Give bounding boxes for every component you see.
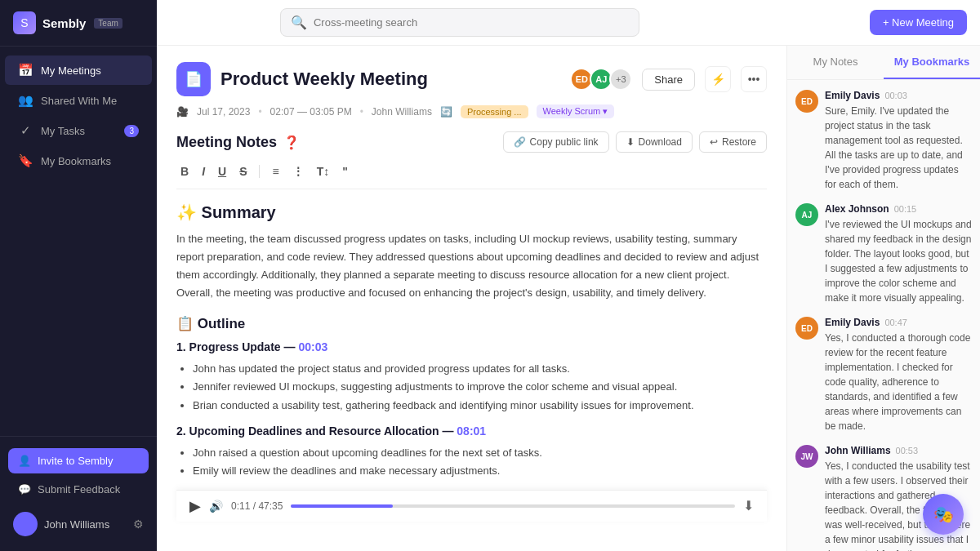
meeting-icon: 📄 bbox=[176, 62, 211, 96]
help-icon[interactable]: ❓ bbox=[283, 135, 300, 150]
video-icon: 🎥 bbox=[176, 106, 189, 118]
progress-bar[interactable] bbox=[291, 504, 735, 508]
tab-my-bookmarks[interactable]: My Bookmarks bbox=[884, 46, 980, 79]
link-icon: 🔗 bbox=[514, 136, 526, 148]
play-button[interactable]: ▶ bbox=[189, 497, 201, 515]
underline-button[interactable]: U bbox=[214, 162, 230, 180]
list-item: Emily will review the deadlines and make… bbox=[193, 462, 767, 480]
restore-icon: ↩ bbox=[710, 136, 718, 148]
progress-fill bbox=[291, 504, 393, 508]
feedback-icon: 💬 bbox=[18, 483, 31, 495]
download-audio-button[interactable]: ⬇ bbox=[743, 498, 754, 513]
comment-time: 00:03 bbox=[884, 91, 907, 100]
sidebar-item-label: Shared With Me bbox=[41, 95, 117, 107]
download-button[interactable]: ⬇ Download bbox=[616, 131, 693, 153]
right-panel: My Notes My Bookmarks ED Emily Davis 00:… bbox=[786, 46, 980, 551]
copy-link-label: Copy public link bbox=[530, 136, 599, 148]
comment-avatar: ED bbox=[795, 317, 818, 340]
share-button[interactable]: Share bbox=[642, 69, 695, 91]
quote-button[interactable]: " bbox=[338, 162, 352, 180]
comment-avatar: JW bbox=[795, 445, 818, 468]
comment-body: Emily Davis 00:47 Yes, I conducted a tho… bbox=[825, 317, 972, 433]
more-options-button[interactable]: ••• bbox=[741, 66, 767, 92]
meeting-host: John Williams bbox=[372, 106, 432, 118]
sidebar-item-my-tasks[interactable]: ✓ My Tasks 3 bbox=[5, 116, 152, 145]
fab-icon: 🎭 bbox=[933, 504, 954, 524]
list-item: Brian conducted a usability test, gather… bbox=[193, 397, 767, 415]
team-badge: Team bbox=[94, 18, 122, 29]
comment-body: Emily Davis 00:03 Sure, Emily. I've upda… bbox=[825, 90, 972, 192]
meeting-wrapper: 📄 Product Weekly Meeting ED AJ +3 Share … bbox=[157, 46, 980, 551]
comment-header: Emily Davis 00:03 bbox=[825, 90, 972, 101]
app-logo-icon: S bbox=[13, 11, 36, 34]
sidebar-item-label: My Meetings bbox=[41, 64, 101, 77]
download-label: Download bbox=[639, 136, 682, 148]
search-input[interactable] bbox=[314, 16, 629, 29]
sidebar-item-my-bookmarks[interactable]: 🔖 My Bookmarks bbox=[5, 146, 152, 176]
notes-title: Meeting Notes bbox=[176, 134, 277, 151]
app-name: Sembly bbox=[42, 16, 86, 30]
calendar-icon: 📅 bbox=[18, 63, 33, 78]
tab-my-notes[interactable]: My Notes bbox=[787, 46, 884, 79]
ordered-list-button[interactable]: ⋮ bbox=[288, 162, 308, 180]
italic-button[interactable]: I bbox=[198, 162, 209, 180]
sidebar-item-shared-with-me[interactable]: 👥 Shared With Me bbox=[5, 86, 152, 115]
comment-text: Yes, I conducted a thorough code review … bbox=[825, 331, 972, 433]
meeting-date: Jul 17, 2023 bbox=[197, 106, 250, 118]
panel-tabs: My Notes My Bookmarks bbox=[787, 46, 980, 80]
strikethrough-button[interactable]: S bbox=[235, 162, 251, 180]
participants-avatars: ED AJ +3 bbox=[577, 68, 632, 91]
restore-label: Restore bbox=[722, 136, 756, 148]
logo-area: S Sembly Team bbox=[0, 0, 157, 47]
invite-to-sembly-button[interactable]: 👤 Invite to Sembly bbox=[8, 448, 149, 473]
meeting-title: Product Weekly Meeting bbox=[220, 69, 567, 90]
settings-icon[interactable]: ⚙ bbox=[133, 518, 144, 531]
invite-label: Invite to Sembly bbox=[38, 455, 114, 467]
summary-heading-text: ✨ Summary bbox=[176, 202, 276, 222]
copy-public-link-button[interactable]: 🔗 Copy public link bbox=[503, 131, 609, 153]
submit-feedback-button[interactable]: 💬 Submit Feedback bbox=[8, 477, 149, 502]
new-meeting-button[interactable]: + New Meeting bbox=[870, 10, 967, 35]
unordered-list-button[interactable]: ≡ bbox=[268, 162, 283, 180]
search-bar[interactable]: 🔍 bbox=[280, 8, 639, 37]
list-item: Jennifer reviewed UI mockups, suggesting… bbox=[193, 378, 767, 396]
comment-item: AJ Alex Johnson 00:15 I've reviewed the … bbox=[795, 203, 972, 305]
comment-avatar: AJ bbox=[795, 203, 818, 226]
user-avatar bbox=[13, 512, 38, 536]
tasks-badge: 3 bbox=[124, 125, 139, 137]
lightning-button[interactable]: ⚡ bbox=[705, 66, 731, 92]
comment-body: Alex Johnson 00:15 I've reviewed the UI … bbox=[825, 203, 972, 305]
time-link-1[interactable]: 00:03 bbox=[298, 340, 327, 353]
comment-item: ED Emily Davis 00:47 Yes, I conducted a … bbox=[795, 317, 972, 433]
list-item: John has updated the project status and … bbox=[193, 360, 767, 378]
section-2-heading: 2. Upcoming Deadlines and Resource Alloc… bbox=[176, 424, 767, 438]
comment-time: 00:53 bbox=[896, 446, 919, 455]
comment-time: 00:15 bbox=[894, 204, 917, 214]
time-link-2[interactable]: 08:01 bbox=[457, 424, 486, 438]
feedback-label: Submit Feedback bbox=[38, 483, 120, 495]
fab-button[interactable]: 🎭 bbox=[923, 494, 964, 535]
user-name: John Williams bbox=[44, 518, 127, 531]
font-size-button[interactable]: T↕ bbox=[313, 162, 334, 180]
section-2-list: John raised a question about upcoming de… bbox=[176, 444, 767, 480]
panel-content: ED Emily Davis 00:03 Sure, Emily. I've u… bbox=[787, 80, 980, 551]
user-profile[interactable]: John Williams ⚙ bbox=[0, 505, 157, 543]
comment-author: Emily Davis bbox=[825, 90, 880, 101]
notes-header: Meeting Notes ❓ 🔗 Copy public link ⬇ Dow… bbox=[176, 131, 767, 153]
bold-button[interactable]: B bbox=[176, 162, 193, 180]
comment-item: ED Emily Davis 00:03 Sure, Emily. I've u… bbox=[795, 90, 972, 192]
bookmark-icon: 🔖 bbox=[18, 153, 33, 168]
tag-badge[interactable]: Weekly Scrum ▾ bbox=[537, 104, 615, 118]
invite-icon: 👤 bbox=[18, 455, 31, 467]
restore-button[interactable]: ↩ Restore bbox=[699, 131, 767, 153]
sidebar-item-my-meetings[interactable]: 📅 My Meetings bbox=[5, 56, 152, 85]
list-item: John raised a question about upcoming de… bbox=[193, 444, 767, 462]
toolbar-separator bbox=[259, 165, 260, 178]
meeting-title-group: Product Weekly Meeting bbox=[220, 69, 567, 90]
summary-text: In the meeting, the team discussed progr… bbox=[176, 230, 767, 302]
comment-author: John Williams bbox=[825, 445, 891, 456]
volume-button[interactable]: 🔊 bbox=[209, 500, 223, 513]
meeting-main: 📄 Product Weekly Meeting ED AJ +3 Share … bbox=[157, 46, 786, 551]
current-time: 0:11 / 47:35 bbox=[231, 500, 283, 512]
comment-header: Emily Davis 00:47 bbox=[825, 317, 972, 328]
